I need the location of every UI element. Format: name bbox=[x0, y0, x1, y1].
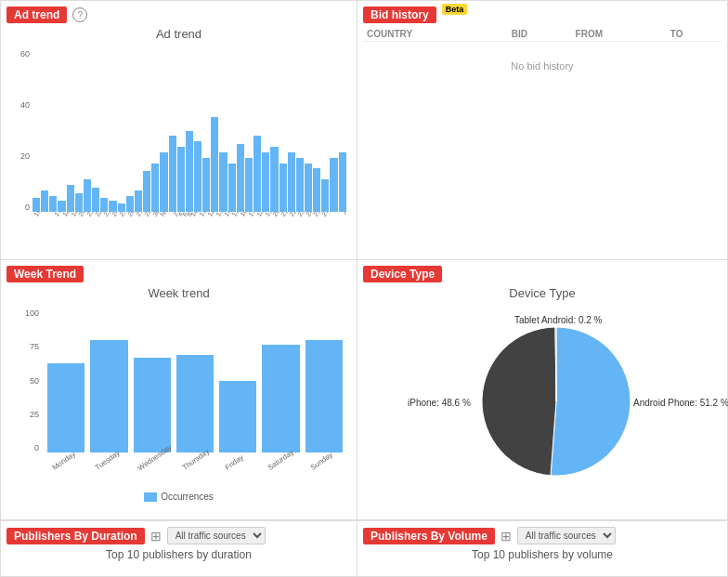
ad-trend-y-labels: 60 40 20 0 bbox=[6, 49, 32, 212]
week-trend-panel: Week Trend Week trend 100 75 50 25 0 Mon… bbox=[0, 260, 358, 520]
col-bid: BID bbox=[508, 27, 572, 42]
ad-bar bbox=[177, 147, 185, 212]
pub-duration-subtitle: Top 10 publishers by duration bbox=[6, 548, 351, 561]
ad-bar bbox=[288, 152, 295, 212]
ad-bar bbox=[151, 164, 159, 213]
ad-bar bbox=[254, 136, 261, 212]
ad-bar bbox=[321, 179, 329, 212]
ad-bar bbox=[32, 198, 40, 212]
publishers-volume-panel: Publishers By Volume ⊞ All traffic sourc… bbox=[358, 521, 728, 577]
ad-trend-chart-title: Ad trend bbox=[6, 27, 351, 41]
week-bar bbox=[219, 381, 256, 453]
week-trend-chart-title: Week trend bbox=[6, 286, 351, 300]
ad-bar bbox=[118, 203, 125, 212]
tablet-label: Tablet Android: 0.2 % bbox=[514, 315, 603, 325]
ad-x-label: Nov bbox=[159, 212, 171, 217]
ad-x-label: 16-Oct bbox=[32, 212, 49, 217]
week-bar bbox=[47, 363, 84, 452]
device-type-panel: Device Type Device Type Android Phone: 5… bbox=[358, 260, 728, 520]
legend-color-box bbox=[144, 492, 157, 502]
pub-duration-badge[interactable]: Publishers By Duration bbox=[6, 528, 145, 544]
ad-bar bbox=[270, 147, 278, 212]
pub-duration-header: Publishers By Duration ⊞ All traffic sou… bbox=[6, 527, 351, 544]
ad-bar bbox=[237, 144, 244, 212]
pub-volume-header: Publishers By Volume ⊞ All traffic sourc… bbox=[363, 527, 722, 544]
ad-bar bbox=[100, 198, 108, 212]
pub-volume-traffic-select[interactable]: All traffic sources bbox=[517, 527, 616, 544]
week-x-labels: MondayTuesdayWednesdayThursdayFridaySatu… bbox=[44, 452, 346, 488]
pub-volume-badge[interactable]: Publishers By Volume bbox=[363, 528, 495, 544]
ad-bar bbox=[169, 136, 176, 212]
week-trend-badge[interactable]: Week Trend bbox=[6, 266, 84, 282]
pub-duration-controls: ⊞ All traffic sources bbox=[150, 527, 266, 544]
ad-x-label: 28 bbox=[343, 212, 346, 217]
device-type-pie: Android Phone: 51.2 % iPhone: 48.6 % Tab… bbox=[394, 308, 691, 494]
legend-label: Occurrences bbox=[161, 492, 214, 502]
ad-bar bbox=[143, 171, 150, 212]
ad-trend-header: Ad trend ? bbox=[6, 7, 351, 23]
week-bar bbox=[176, 355, 214, 452]
ad-bar bbox=[339, 152, 346, 212]
pub-duration-table-icon[interactable]: ⊞ bbox=[150, 529, 162, 544]
pub-volume-subtitle: Top 10 publishers by volume bbox=[363, 548, 722, 561]
device-type-chart-container: Android Phone: 51.2 % iPhone: 48.6 % Tab… bbox=[363, 304, 722, 499]
ad-bar bbox=[135, 190, 142, 212]
beta-badge: Beta bbox=[442, 4, 468, 15]
week-y-labels: 100 75 50 25 0 bbox=[6, 308, 42, 452]
android-phone-label: Android Phone: 51.2 % bbox=[633, 398, 728, 408]
week-bar bbox=[306, 340, 343, 452]
ad-trend-bars-area bbox=[32, 49, 346, 212]
no-bid-history: No bid history bbox=[363, 42, 722, 91]
ad-bar bbox=[49, 196, 57, 213]
week-bars-area bbox=[44, 308, 346, 452]
ad-bar bbox=[92, 188, 99, 212]
week-trend-chart: 100 75 50 25 0 MondayTuesdayWednesdayThu… bbox=[6, 304, 351, 490]
ad-bar bbox=[228, 164, 236, 213]
ad-bar bbox=[211, 117, 218, 212]
week-bar bbox=[262, 345, 299, 452]
ad-bar bbox=[186, 131, 193, 213]
col-from: FROM bbox=[572, 27, 667, 42]
bid-history-panel: Bid history Beta COUNTRY BID FROM TO No … bbox=[358, 0, 728, 260]
week-legend: Occurrences bbox=[6, 492, 351, 502]
ad-bar bbox=[245, 158, 253, 212]
ad-bar bbox=[126, 196, 134, 213]
ad-bar bbox=[67, 185, 74, 212]
ad-bar bbox=[58, 201, 65, 212]
ad-bar bbox=[296, 158, 304, 212]
bid-history-table: COUNTRY BID FROM TO No bid history bbox=[363, 27, 722, 90]
ad-bar bbox=[280, 164, 287, 213]
ad-bar bbox=[313, 168, 320, 212]
bid-history-badge[interactable]: Bid history bbox=[363, 7, 436, 23]
pie-segment bbox=[551, 327, 630, 476]
ad-trend-x-labels: 16-Oct17181920212223242526272830Nov24681… bbox=[32, 212, 346, 247]
ad-trend-bars bbox=[32, 49, 346, 212]
ad-bar bbox=[262, 152, 269, 212]
ad-trend-badge[interactable]: Ad trend bbox=[6, 7, 67, 23]
device-type-chart-title: Device Type bbox=[363, 286, 722, 300]
ad-trend-chart: 60 40 20 0 16-Oct17181920212223242526272… bbox=[6, 45, 351, 249]
ad-bar bbox=[75, 193, 83, 212]
ad-bar bbox=[194, 141, 202, 212]
ad-bar bbox=[202, 158, 210, 212]
col-to: TO bbox=[667, 27, 722, 42]
ad-x-label: 27-Nov bbox=[320, 212, 338, 217]
ad-bar bbox=[305, 164, 312, 213]
publishers-duration-panel: Publishers By Duration ⊞ All traffic sou… bbox=[0, 521, 358, 577]
week-bars bbox=[44, 308, 346, 452]
ad-bar bbox=[84, 179, 91, 212]
ad-trend-panel: Ad trend ? Ad trend 60 40 20 0 16-Oct171… bbox=[0, 0, 358, 260]
ad-bar bbox=[41, 190, 48, 212]
ad-bar bbox=[330, 158, 337, 212]
ad-bar bbox=[160, 152, 167, 212]
info-icon[interactable]: ? bbox=[72, 7, 87, 22]
ad-bar bbox=[219, 152, 227, 212]
pub-duration-traffic-select[interactable]: All traffic sources bbox=[167, 527, 266, 544]
device-type-badge[interactable]: Device Type bbox=[363, 266, 442, 282]
bid-history-header: Bid history Beta bbox=[363, 7, 722, 23]
pub-volume-controls: ⊞ All traffic sources bbox=[500, 527, 616, 544]
week-bar bbox=[134, 358, 171, 452]
pub-volume-table-icon[interactable]: ⊞ bbox=[500, 529, 512, 544]
week-trend-header: Week Trend bbox=[6, 266, 351, 282]
week-bar bbox=[90, 340, 127, 452]
